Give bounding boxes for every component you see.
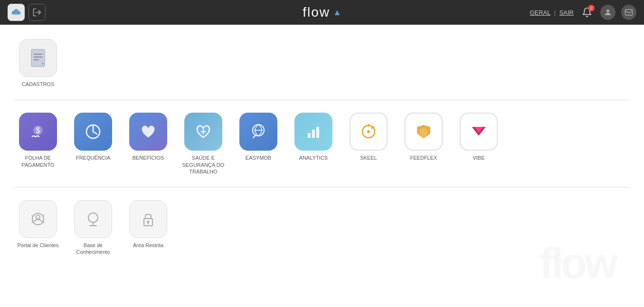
section-main-apps: $ FOLHA DE PAGAMENTO FREQUÊNCIA: [14, 108, 630, 180]
app-cadastros[interactable]: CADASTROS: [14, 39, 62, 87]
app-saude[interactable]: SAÚDE E SEGURANÇA DO TRABALHO: [180, 113, 227, 175]
logout-icon-button[interactable]: [28, 4, 46, 21]
section-tools: Portal de Clientes Base de Conhecimento: [14, 195, 630, 260]
feedflex-label: FEEDFLEX: [410, 154, 437, 161]
geral-link[interactable]: GERAL: [530, 9, 550, 16]
svg-point-23: [36, 215, 40, 219]
svg-point-24: [88, 213, 98, 222]
base-icon: [74, 200, 112, 238]
svg-text:$: $: [36, 126, 40, 134]
app-frequencia[interactable]: FREQUÊNCIA: [69, 113, 117, 175]
vibe-label: VIBE: [473, 154, 484, 161]
easymob-icon: [239, 113, 277, 151]
cadastros-label: CADASTROS: [22, 81, 54, 87]
mail-button[interactable]: [621, 5, 636, 20]
base-label: Base de Conhecimento: [69, 242, 117, 256]
svg-rect-1: [625, 10, 633, 15]
svg-rect-18: [316, 127, 319, 138]
restrita-icon: [129, 200, 167, 238]
app-portal[interactable]: Portal de Clientes: [14, 200, 62, 256]
svg-rect-16: [308, 133, 311, 138]
folha-label: FOLHA DE PAGAMENTO: [14, 154, 62, 168]
section-cadastros: CADASTROS: [14, 34, 630, 92]
analytics-icon: [294, 113, 332, 151]
divider-1: [14, 100, 630, 100]
user-avatar[interactable]: [600, 5, 616, 20]
svg-point-6: [42, 63, 44, 65]
svg-line-11: [93, 132, 97, 134]
main-apps-row: $ FOLHA DE PAGAMENTO FREQUÊNCIA: [14, 108, 630, 180]
header: flow ▲ GERAL | SAIR 2: [0, 0, 644, 25]
analytics-label: ANALYTICS: [299, 154, 328, 161]
header-right: GERAL | SAIR 2: [530, 5, 636, 20]
main-content: CADASTROS $ FOLHA DE PAGAMENTO: [0, 25, 644, 307]
beneficios-label: BENEFÍCIOS: [133, 154, 164, 161]
header-nav-links: GERAL | SAIR: [530, 9, 574, 16]
skeel-icon: [350, 113, 388, 151]
app-feedflex[interactable]: FEEDFLEX: [400, 113, 447, 175]
saude-icon: [184, 113, 222, 151]
svg-point-0: [606, 10, 609, 12]
frequencia-icon: [74, 113, 112, 151]
skeel-label: SKEEL: [360, 154, 377, 161]
portal-icon: [19, 200, 57, 238]
cadastros-icon: [19, 39, 57, 77]
app-folha[interactable]: $ FOLHA DE PAGAMENTO: [14, 113, 62, 175]
header-left: [8, 4, 46, 21]
beneficios-icon: [129, 113, 167, 151]
app-beneficios[interactable]: BENEFÍCIOS: [124, 113, 172, 175]
feedflex-icon: [405, 113, 443, 151]
notification-button[interactable]: 2: [579, 5, 595, 20]
app-skeel[interactable]: SKEEL: [345, 113, 392, 175]
restrita-label: Área Restrita: [133, 242, 163, 249]
cadastros-row: CADASTROS: [14, 34, 630, 92]
cloud-icon-button[interactable]: [8, 4, 25, 21]
app-easymob[interactable]: EASYMOB: [235, 113, 282, 175]
vibe-icon: [460, 113, 498, 151]
folha-icon: $: [19, 113, 57, 151]
easymob-label: EASYMOB: [246, 154, 271, 161]
svg-point-20: [367, 130, 370, 133]
app-analytics[interactable]: ANALYTICS: [290, 113, 337, 175]
app-restrita[interactable]: Área Restrita: [124, 200, 172, 256]
tools-row: Portal de Clientes Base de Conhecimento: [14, 195, 630, 260]
logo-area: flow ▲: [303, 5, 341, 20]
svg-rect-17: [312, 130, 315, 138]
divider-2: [14, 187, 630, 188]
sair-link[interactable]: SAIR: [559, 9, 574, 16]
logo-text: flow: [303, 5, 330, 20]
portal-label: Portal de Clientes: [18, 242, 59, 249]
logo-arrow-icon: ▲: [333, 8, 341, 18]
frequencia-label: FREQUÊNCIA: [76, 154, 110, 161]
notification-badge: 2: [588, 5, 595, 11]
app-base[interactable]: Base de Conhecimento: [69, 200, 117, 256]
saude-label: SAÚDE E SEGURANÇA DO TRABALHO: [180, 154, 227, 175]
app-vibe[interactable]: VIBE: [455, 113, 502, 175]
